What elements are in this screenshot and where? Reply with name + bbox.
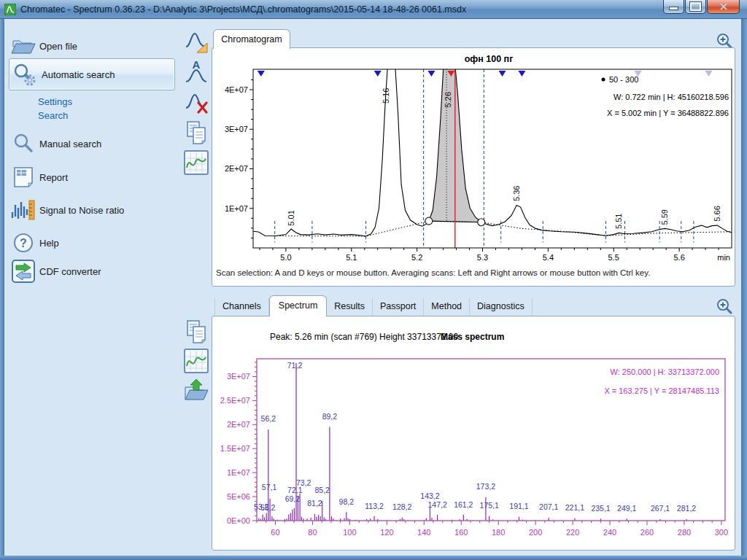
svg-text:2.5E+07: 2.5E+07: [220, 396, 250, 405]
svg-text:113,2: 113,2: [365, 502, 384, 510]
copy-chromatogram-button[interactable]: [183, 120, 209, 146]
chart-view-button[interactable]: [183, 149, 209, 176]
spectrum-zoom-button[interactable]: [715, 298, 734, 316]
svg-text:5.4: 5.4: [543, 253, 554, 262]
svg-text:207,1: 207,1: [539, 502, 558, 511]
export-spectrum-button[interactable]: [183, 377, 209, 403]
mass-spectrum-plot[interactable]: 60801001201401601802002202402602803000E+…: [217, 354, 729, 548]
sidebar-item-manual-search[interactable]: Manual search: [7, 130, 179, 158]
svg-text:5.0: 5.0: [280, 253, 291, 262]
tab-label: Chromatogram: [221, 34, 282, 44]
svg-text:1E+07: 1E+07: [225, 204, 248, 213]
svg-text:56,2: 56,2: [261, 414, 276, 423]
measure-peak-button[interactable]: [183, 29, 209, 55]
svg-text:?: ?: [20, 237, 27, 249]
sidebar-item-help[interactable]: ? Help: [7, 229, 179, 257]
svg-text:161,2: 161,2: [454, 500, 473, 509]
svg-text:min: min: [717, 253, 730, 262]
svg-text:81,2: 81,2: [307, 499, 322, 508]
svg-text:2E+07: 2E+07: [225, 164, 248, 173]
sidebar-item-open-file[interactable]: Open file: [7, 32, 179, 60]
svg-text:73,2: 73,2: [296, 478, 311, 487]
tab-diagnostics[interactable]: Diagnostics: [470, 298, 533, 316]
svg-text:5E+06: 5E+06: [227, 492, 250, 501]
peak-info-text: Peak: 5.26 min (scan #769) Height 337133…: [270, 332, 458, 342]
tab-channels[interactable]: Channels: [214, 298, 269, 316]
svg-text:5.16: 5.16: [382, 88, 390, 104]
signal-noise-icon: [7, 199, 39, 221]
svg-text:5.59: 5.59: [660, 209, 669, 225]
close-button[interactable]: [707, 0, 740, 14]
svg-text:140: 140: [417, 528, 430, 537]
title-bar[interactable]: Chromatec - Spectrum 0.36.23 - D:\Analyt…: [0, 0, 747, 19]
svg-text:143,2: 143,2: [420, 491, 439, 500]
zoom-in-icon: [715, 298, 734, 316]
annotate-peak-button[interactable]: A: [183, 58, 209, 85]
svg-text:1.5E+07: 1.5E+07: [220, 444, 250, 453]
tab-method[interactable]: Method: [424, 298, 470, 316]
svg-text:85,2: 85,2: [314, 486, 330, 494]
svg-text:160: 160: [454, 528, 468, 537]
sidebar-link-settings[interactable]: Settings: [38, 96, 72, 107]
svg-text:2E+07: 2E+07: [227, 420, 250, 429]
folder-open-icon: [7, 36, 39, 55]
sidebar-item-label: CDF converter: [39, 266, 101, 277]
app-icon: [4, 4, 16, 15]
svg-text:280: 280: [678, 528, 691, 537]
mass-spectrum-title: Mass spectrum: [441, 332, 504, 342]
svg-text:147,2: 147,2: [427, 500, 446, 509]
window-border-right: [741, 19, 747, 560]
tab-chromatogram[interactable]: Chromatogram: [213, 29, 290, 49]
svg-text:5.5: 5.5: [608, 253, 619, 262]
letter-a-peak-icon: A: [185, 59, 208, 84]
delete-peak-button[interactable]: [183, 89, 209, 115]
sidebar-item-cdf-converter[interactable]: CDF converter: [7, 257, 179, 285]
svg-text:A: A: [193, 59, 201, 71]
chromatogram-title: офн 100 пг: [248, 54, 729, 64]
spectrum-chart-button[interactable]: [183, 348, 209, 374]
svg-text:69,2: 69,2: [285, 494, 301, 503]
sidebar-item-automatic-search[interactable]: Automatic search: [9, 58, 175, 90]
sidebar-item-report[interactable]: Report: [7, 163, 179, 191]
window-title: Chromatec - Spectrum 0.36.23 - D:\Analyt…: [20, 4, 466, 15]
report-icon: [7, 166, 39, 188]
svg-text:220: 220: [566, 528, 579, 537]
svg-text:5.66: 5.66: [713, 206, 721, 221]
svg-text:60: 60: [271, 528, 279, 537]
svg-text:5.01: 5.01: [287, 210, 295, 225]
svg-text:5.26: 5.26: [444, 92, 452, 107]
svg-text:3E+07: 3E+07: [225, 125, 248, 133]
svg-text:128,2: 128,2: [392, 502, 411, 511]
svg-text:X = 163.275 | Y = 28147485.11: X = 163.275 | Y = 28147485.113: [604, 386, 719, 395]
help-icon: ?: [7, 233, 39, 253]
svg-text:55,2: 55,2: [260, 503, 276, 512]
minimize-icon: [669, 7, 678, 10]
svg-text:1E+07: 1E+07: [227, 468, 250, 477]
export-folder-icon: [184, 378, 209, 402]
svg-text:5.51: 5.51: [614, 214, 623, 229]
minimize-button[interactable]: [663, 0, 684, 14]
svg-text:267,1: 267,1: [651, 504, 670, 513]
svg-text:89,2: 89,2: [322, 412, 338, 421]
svg-text:X = 5.002 min | Y = 36488822.8: X = 5.002 min | Y = 36488822.896: [607, 109, 729, 117]
svg-text:173,2: 173,2: [476, 482, 495, 491]
svg-text:5.2: 5.2: [411, 253, 422, 262]
tab-results[interactable]: Results: [327, 298, 373, 316]
svg-text:5.1: 5.1: [346, 253, 357, 262]
copy-icon: [185, 120, 208, 145]
copy-spectrum-button[interactable]: [183, 319, 209, 345]
svg-text:240: 240: [603, 528, 616, 537]
sidebar-item-signal-to-noise[interactable]: Signal to Noise ratio: [7, 196, 179, 224]
maximize-button[interactable]: [685, 0, 706, 14]
maximize-icon: [690, 2, 701, 11]
tab-passport[interactable]: Passport: [373, 298, 424, 316]
sidebar-link-search[interactable]: Search: [38, 110, 68, 121]
chromatogram-plot[interactable]: 5.05.15.25.35.45.55.6min1E+072E+073E+074…: [214, 63, 733, 271]
tab-spectrum[interactable]: Spectrum: [269, 295, 328, 316]
svg-text:W: 0.722 min | H: 45160218.596: W: 0.722 min | H: 45160218.596: [614, 93, 729, 101]
sidebar-item-label: Signal to Noise ratio: [39, 205, 124, 216]
chart-icon: [184, 349, 209, 373]
sidebar-item-label: Open file: [39, 41, 77, 52]
chart-icon: [184, 150, 209, 175]
svg-text:100: 100: [343, 528, 356, 537]
